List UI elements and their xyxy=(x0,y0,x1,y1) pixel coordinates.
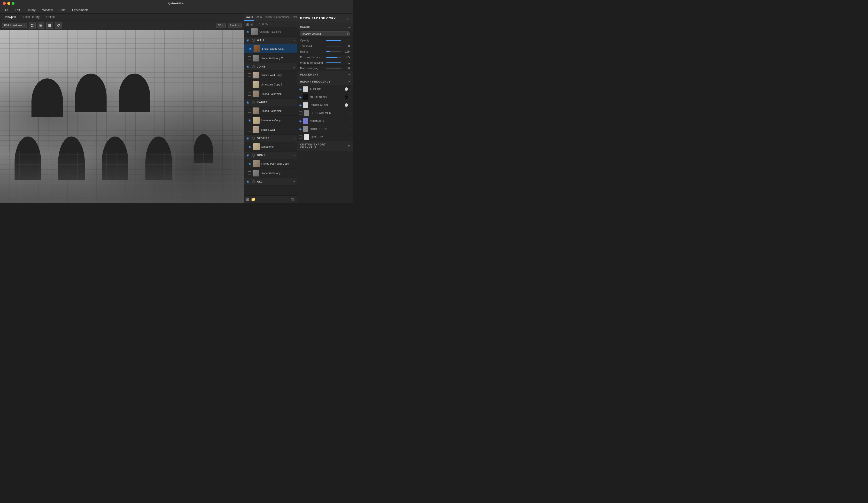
pencil-icon[interactable]: ✎ xyxy=(265,22,268,26)
layers-stack-icon[interactable]: ≡ xyxy=(262,22,264,26)
menu-library[interactable]: Library xyxy=(25,8,37,12)
material-icon[interactable]: □ xyxy=(255,22,257,26)
layer-limestone[interactable]: ◉ Limestone xyxy=(244,142,297,151)
layer-stone-wall-copy2[interactable]: Stone Wall Copy 2 xyxy=(244,53,297,63)
layer-stone-wall-copy[interactable]: Stone Wall Copy xyxy=(244,168,297,178)
vis-albedo[interactable]: ◉ xyxy=(299,87,301,91)
expand-displacement[interactable]: ▾ xyxy=(350,112,351,115)
vis-occlusion[interactable]: ◉ xyxy=(299,127,301,131)
viewport-canvas[interactable] xyxy=(0,30,244,203)
tab-layers[interactable]: Layers xyxy=(244,13,254,21)
grid-view-icon[interactable] xyxy=(46,22,53,29)
layer-limestone-copy2[interactable]: Limestone Copy 2 xyxy=(244,80,297,89)
menu-experimental[interactable]: Experimental xyxy=(71,8,91,12)
radius-slider[interactable] xyxy=(326,51,341,52)
group-joint[interactable]: ◉ ⬡ JOINT ▴ xyxy=(244,63,297,71)
group-dome[interactable]: ◉ ⬡ DOME ▴ xyxy=(244,151,297,159)
vis-stories[interactable]: ◉ xyxy=(246,136,250,140)
vis-all[interactable]: ◉ xyxy=(246,180,250,184)
collapse-stories[interactable]: ▴ xyxy=(293,137,295,140)
vis-dome[interactable]: ◉ xyxy=(246,153,250,157)
opacity-slider[interactable] xyxy=(326,40,341,41)
group-capital[interactable]: ◉ ⬡ CAPITAL ▴ xyxy=(244,99,297,106)
blend-section-header[interactable]: BLEND ▴ xyxy=(297,23,353,30)
minimize-button[interactable] xyxy=(7,2,10,5)
layer-flaked-capital[interactable]: Flaked Paint Wall xyxy=(244,106,297,116)
vis-brick[interactable]: ◉ xyxy=(248,47,252,51)
preserve-slider[interactable] xyxy=(326,57,341,57)
expand-opacity[interactable]: ▾ xyxy=(350,136,351,138)
cb-stone-wall-copy2[interactable] xyxy=(248,56,251,60)
tab-export[interactable]: Export xyxy=(291,13,297,21)
layer-flaked-joint[interactable]: Flaked Paint Wall xyxy=(244,89,297,99)
height-freq-section-header[interactable]: HEIGHT FREQUENCY ▾ xyxy=(297,78,353,85)
lighting-select[interactable]: Studio ▾ xyxy=(228,23,242,28)
collapse-dome[interactable]: ▴ xyxy=(293,154,295,157)
menu-help[interactable]: Help xyxy=(58,8,67,12)
sphere-icon[interactable]: ○ xyxy=(258,22,260,26)
collapse-joint[interactable]: ▴ xyxy=(293,65,295,68)
wrap-slider[interactable] xyxy=(326,62,341,63)
vis-wall[interactable]: ◉ xyxy=(246,38,250,42)
expand-albedo[interactable]: ▾ xyxy=(350,88,351,91)
cb-stone-wall-copy[interactable] xyxy=(248,171,251,175)
layer-stucco-wall-copy[interactable]: Stucco Wall Copy xyxy=(244,71,297,80)
layer-flaked-paint-wall-copy[interactable]: ◉ Flaked Paint Wall Copy xyxy=(244,159,297,168)
expand-occlusion[interactable]: ▾ xyxy=(350,128,351,130)
vis-roughness[interactable]: ◉ xyxy=(299,103,301,107)
tab-viewport[interactable]: Viewport xyxy=(2,14,19,20)
menu-window[interactable]: Window xyxy=(41,8,54,12)
cb-limestone-copy2[interactable] xyxy=(248,83,251,86)
channels-icon[interactable]: ▣ xyxy=(246,22,249,26)
blur-slider[interactable] xyxy=(326,68,341,69)
menu-edit[interactable]: Edit xyxy=(13,8,21,12)
layout-icon[interactable] xyxy=(29,22,35,29)
blend-mode-select[interactable]: Opacity Masked ▾ xyxy=(300,31,350,36)
traffic-lights[interactable] xyxy=(3,2,14,5)
menu-file[interactable]: File xyxy=(2,8,9,12)
collapse-all[interactable]: ▾ xyxy=(293,180,295,183)
group-all[interactable]: ◉ ⬡ ALL ▾ xyxy=(244,178,297,186)
add-layer-icon[interactable]: ⊞ xyxy=(246,197,249,202)
tab-display[interactable]: Display xyxy=(263,13,273,21)
tab-online[interactable]: Online xyxy=(43,14,58,20)
cb-flaked-capital[interactable] xyxy=(248,109,251,113)
vis-concrete[interactable]: ◉ xyxy=(246,30,250,34)
layer-concrete-pavement[interactable]: ◉ Concrete Pavement xyxy=(244,27,297,36)
more-options-icon[interactable]: ⋮ xyxy=(346,16,350,21)
collapse-wall[interactable]: ▴ xyxy=(293,39,295,42)
cb-stucco-wall[interactable] xyxy=(248,128,251,132)
cb-flaked-joint[interactable] xyxy=(248,92,251,96)
collapse-capital[interactable]: ▴ xyxy=(293,101,295,104)
layer-limestone-copy[interactable]: ◉ Limestone Copy xyxy=(244,116,297,125)
vis-limestone-copy[interactable]: ◉ xyxy=(248,118,252,122)
custom-export-more-icon[interactable]: ⋮ xyxy=(343,144,347,148)
expand-roughness[interactable]: ▾ xyxy=(350,104,351,106)
expand-normals[interactable]: ▾ xyxy=(350,120,351,123)
expand-metalness[interactable]: ▾ xyxy=(350,96,351,98)
refresh-icon[interactable] xyxy=(55,22,62,29)
vis-capital[interactable]: ◉ xyxy=(246,101,250,104)
tab-local-library[interactable]: Local Library xyxy=(20,14,42,20)
view3d-select[interactable]: 3D ▾ xyxy=(216,23,226,28)
cb-stucco-wall-copy[interactable] xyxy=(248,73,251,77)
cb-opacity[interactable] xyxy=(299,135,302,139)
texture-icon[interactable]: ◎ xyxy=(250,22,253,26)
folder-add-icon[interactable]: 📁 xyxy=(251,197,256,202)
image-view-icon[interactable] xyxy=(38,22,44,29)
vis-normals[interactable]: ◉ xyxy=(299,119,301,123)
group-wall[interactable]: ◉ ⬡ WALL ▴ xyxy=(244,36,297,44)
vis-metalness[interactable]: ◉ xyxy=(299,95,301,99)
placement-section-header[interactable]: PLACEMENT ▾ xyxy=(297,71,353,78)
panel-icon[interactable]: ⊞ xyxy=(270,22,272,26)
group-stories[interactable]: ◉ ⬡ STORIES ▴ xyxy=(244,135,297,142)
threshold-slider[interactable] xyxy=(326,46,341,46)
close-button[interactable] xyxy=(3,2,6,5)
maximize-button[interactable] xyxy=(12,2,14,5)
vis-limestone[interactable]: ◉ xyxy=(248,145,252,149)
tab-setup[interactable]: Setup xyxy=(254,13,263,21)
vis-flaked-copy[interactable]: ◉ xyxy=(248,162,252,166)
tab-performance[interactable]: Performance xyxy=(273,13,291,21)
custom-export-add-icon[interactable]: ▾ xyxy=(348,144,350,148)
layer-stucco-wall[interactable]: Stucco Wall xyxy=(244,125,297,135)
